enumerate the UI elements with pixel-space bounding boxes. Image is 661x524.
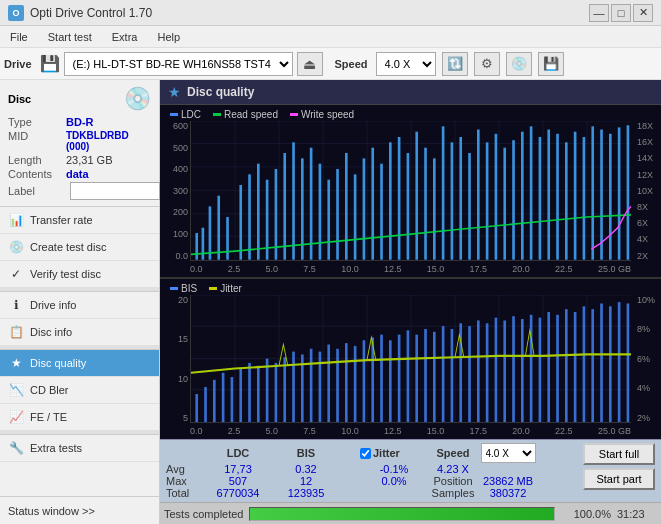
svg-rect-123 <box>591 309 594 422</box>
menu-bar: File Start test Extra Help <box>0 26 661 48</box>
y-left-300: 300 <box>173 186 188 196</box>
refresh-button[interactable]: 🔃 <box>442 52 468 76</box>
svg-rect-33 <box>354 174 357 259</box>
menu-start-test[interactable]: Start test <box>42 29 98 45</box>
sidebar-item-drive-info[interactable]: ℹ Drive info <box>0 292 159 319</box>
y-right-18x: 18X <box>637 121 653 131</box>
sidebar-item-create-test-disc[interactable]: 💿 Create test disc <box>0 234 159 261</box>
by-r-6: 6% <box>637 354 650 364</box>
disc-contents-value[interactable]: data <box>66 168 89 180</box>
chart-header: ★ Disc quality <box>160 80 661 105</box>
svg-rect-49 <box>495 134 498 260</box>
samples-value: 380372 <box>478 487 538 499</box>
stats-table: LDC BIS Jitter Speed <box>166 443 538 499</box>
disc-type-value: BD-R <box>66 116 94 128</box>
sidebar: Disc 💿 Type BD-R MID TDKBLDRBD (000) Len… <box>0 80 160 524</box>
svg-rect-126 <box>618 302 621 422</box>
svg-rect-18 <box>217 196 220 260</box>
sidebar-item-verify-test-disc[interactable]: ✓ Verify test disc <box>0 261 159 288</box>
svg-rect-93 <box>327 344 330 422</box>
svg-rect-64 <box>627 125 630 259</box>
bottom-chart-plot <box>190 295 631 423</box>
y-left-500: 500 <box>173 143 188 153</box>
drive-toolbar: Drive 💾 (E:) HL-DT-ST BD-RE WH16NS58 TST… <box>0 48 661 80</box>
bx-10: 10.0 <box>341 426 359 436</box>
svg-rect-59 <box>583 137 586 260</box>
svg-rect-89 <box>292 351 295 422</box>
total-bis: 123935 <box>272 487 340 499</box>
svg-rect-91 <box>310 348 313 422</box>
svg-rect-54 <box>539 137 542 260</box>
total-ldc: 6770034 <box>204 487 272 499</box>
minimize-button[interactable]: — <box>589 4 609 22</box>
drive-label: Drive <box>4 58 32 70</box>
svg-rect-51 <box>512 140 515 259</box>
max-jitter: 0.0% <box>360 475 428 487</box>
disc-length-label: Length <box>8 154 66 166</box>
save-button[interactable]: 💾 <box>538 52 564 76</box>
svg-rect-19 <box>226 217 229 260</box>
sidebar-item-disc-quality[interactable]: ★ Disc quality <box>0 350 159 377</box>
total-label: Total <box>166 487 204 499</box>
svg-rect-42 <box>433 158 436 259</box>
settings-button[interactable]: ⚙ <box>474 52 500 76</box>
sidebar-item-disc-info[interactable]: 📋 Disc info <box>0 319 159 346</box>
by-20: 20 <box>178 295 188 305</box>
svg-rect-29 <box>319 164 322 260</box>
avg-label: Avg <box>166 463 204 475</box>
sidebar-item-transfer-rate[interactable]: 📊 Transfer rate <box>0 207 159 234</box>
speed-select[interactable]: 4.0 X 1.0 X 2.0 X 8.0 X <box>376 52 436 76</box>
start-part-button[interactable]: Start part <box>583 468 655 490</box>
jitter-checkbox[interactable] <box>360 448 371 459</box>
transfer-rate-icon: 📊 <box>8 212 24 228</box>
close-button[interactable]: ✕ <box>633 4 653 22</box>
status-window-button[interactable]: Status window >> <box>0 496 159 524</box>
by-5: 5 <box>183 413 188 423</box>
svg-rect-17 <box>209 206 212 259</box>
maximize-button[interactable]: □ <box>611 4 631 22</box>
disc-label-input[interactable] <box>70 182 160 200</box>
menu-help[interactable]: Help <box>151 29 186 45</box>
svg-rect-83 <box>239 368 242 422</box>
drive-select[interactable]: (E:) HL-DT-ST BD-RE WH16NS58 TST4 <box>64 52 293 76</box>
y-left-600: 600 <box>173 121 188 131</box>
eject-button[interactable]: ⏏ <box>297 52 323 76</box>
ldc-label: LDC <box>181 109 201 120</box>
svg-rect-127 <box>627 303 630 422</box>
bottom-y-axis-left: 20 15 10 5 <box>160 295 190 423</box>
svg-rect-85 <box>257 365 260 422</box>
progress-time: 31:23 <box>617 508 657 520</box>
stats-header-row: LDC BIS Jitter Speed <box>166 443 538 463</box>
disc-quality-icon: ★ <box>8 355 24 371</box>
svg-rect-125 <box>609 306 612 422</box>
svg-rect-84 <box>248 363 251 422</box>
svg-rect-26 <box>292 142 295 259</box>
svg-rect-124 <box>600 303 603 422</box>
bx-5: 5.0 <box>266 426 279 436</box>
menu-file[interactable]: File <box>4 29 34 45</box>
stats-total-row: Total 6770034 123935 Samples 380372 <box>166 487 538 499</box>
title-bar: O Opti Drive Control 1.70 — □ ✕ <box>0 0 661 26</box>
disc-contents-row: Contents data <box>8 168 151 180</box>
svg-rect-34 <box>363 158 366 259</box>
sidebar-item-fe-te[interactable]: 📈 FE / TE <box>0 404 159 431</box>
disc-label-label: Label <box>8 185 66 197</box>
x-2-5: 2.5 <box>228 264 241 274</box>
chart-header-icon: ★ <box>168 84 181 100</box>
bx-15: 15.0 <box>427 426 445 436</box>
svg-rect-121 <box>574 312 577 422</box>
top-y-axis-left: 600 500 400 300 200 100 0.0 <box>160 121 190 261</box>
menu-extra[interactable]: Extra <box>106 29 144 45</box>
start-full-button[interactable]: Start full <box>583 443 655 465</box>
sidebar-item-cd-bler[interactable]: 📉 CD Bler <box>0 377 159 404</box>
chart-header-title: Disc quality <box>187 85 254 99</box>
speed-select-stats[interactable]: 4.0 X <box>481 443 536 463</box>
sidebar-item-extra-tests[interactable]: 🔧 Extra tests <box>0 435 159 462</box>
x-10: 10.0 <box>341 264 359 274</box>
disc-button[interactable]: 💿 <box>506 52 532 76</box>
verify-test-disc-icon: ✓ <box>8 266 24 282</box>
svg-rect-43 <box>442 126 445 259</box>
top-x-axis: 0.0 2.5 5.0 7.5 10.0 12.5 15.0 17.5 20.0… <box>190 261 631 277</box>
svg-rect-40 <box>415 132 418 260</box>
svg-rect-96 <box>354 346 357 422</box>
